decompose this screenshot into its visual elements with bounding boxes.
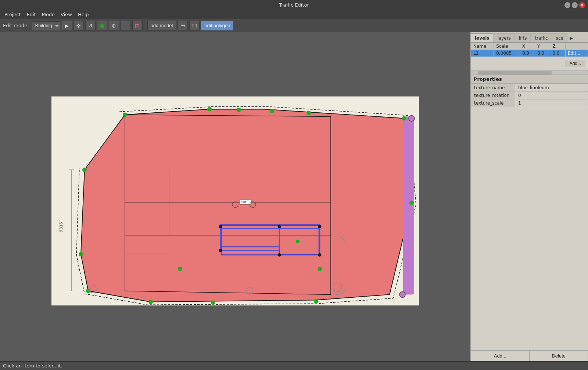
levels-table-container: Name Scale X Y Z L1 0.0085 0.0 0.0 0.0 (471, 43, 588, 70)
scrollbar-thumb[interactable] (478, 71, 552, 75)
col-y: Y (535, 43, 550, 50)
add-vertex-tool-button[interactable]: ● (97, 21, 107, 30)
level-name: L1 (471, 50, 494, 57)
canvas-area[interactable]: 9315 20089 EXIT (0, 32, 470, 361)
add-model-button[interactable]: add model (147, 21, 176, 30)
svg-text:EXIT: EXIT (241, 201, 247, 204)
svg-point-41 (278, 253, 281, 257)
tab-levels[interactable]: levels (471, 33, 493, 42)
status-text: Click an item to select it. (3, 363, 62, 369)
svg-point-20 (207, 107, 212, 111)
level-row-L1[interactable]: L1 0.0085 0.0 0.0 0.0 Edit... (471, 50, 588, 57)
svg-point-36 (399, 291, 405, 297)
tabs-row: levels layers lifts traffic sce ▶ (471, 32, 588, 43)
col-scale: Scale (494, 43, 520, 50)
levels-table: Name Scale X Y Z L1 0.0085 0.0 0.0 0.0 (471, 43, 588, 57)
main-content: 9315 20089 EXIT levels layers (0, 32, 588, 361)
property-row-texture-scale: texture_scale 1 (471, 99, 588, 107)
level-y: 0.0 (535, 50, 550, 57)
svg-point-32 (82, 167, 87, 172)
properties-table: texture_name blue_linoleum texture_rotat… (471, 84, 588, 107)
svg-point-37 (219, 225, 222, 228)
col-x: X (520, 43, 535, 50)
menu-mode[interactable]: Mode (39, 11, 58, 18)
menu-project[interactable]: Project (1, 11, 24, 18)
edit-mode-select[interactable]: Building (32, 21, 60, 30)
close-button[interactable]: ✕ (579, 2, 585, 8)
svg-point-40 (318, 253, 322, 257)
erase-tool-button[interactable]: ▧ (132, 21, 143, 30)
property-row-texture-name: texture_name blue_linoleum (471, 84, 588, 92)
minimize-button[interactable]: − (564, 2, 570, 8)
menu-help[interactable]: Help (75, 11, 92, 18)
tab-layers[interactable]: layers (493, 33, 514, 42)
menu-edit[interactable]: Edit (24, 11, 39, 18)
title-bar: Traffic Editor − □ ✕ (0, 0, 588, 10)
svg-point-34 (318, 266, 322, 271)
svg-text:9315: 9315 (59, 222, 64, 232)
tab-sce[interactable]: sce (552, 33, 567, 42)
property-row-texture-rotation: texture_rotation 0 (471, 92, 588, 99)
bottom-buttons: Add... Delete (471, 350, 588, 361)
add-edge-tool-button[interactable]: ⊕ (109, 21, 119, 30)
toolbar-icon-2[interactable]: ⬚ (189, 21, 200, 30)
rotate-tool-button[interactable]: ↺ (85, 21, 96, 30)
svg-point-31 (79, 252, 83, 256)
properties-panel: Properties texture_name blue_linoleum te… (471, 75, 588, 350)
toolbar-separator-1 (145, 21, 145, 30)
add-level-button[interactable]: Add... (566, 60, 585, 67)
svg-marker-1 (81, 109, 412, 302)
property-value-texture-name[interactable]: blue_linoleum (515, 84, 588, 92)
right-panel: levels layers lifts traffic sce ▶ Name S… (470, 32, 588, 361)
window-controls: − □ ✕ (564, 2, 585, 8)
svg-point-42 (219, 249, 222, 252)
col-actions (565, 43, 588, 50)
move-tool-button[interactable]: ✛ (74, 21, 84, 30)
svg-point-28 (211, 300, 215, 305)
menu-bar: Project Edit Mode View Help (0, 10, 588, 19)
floor-plan-svg: 9315 20089 EXIT (51, 96, 419, 305)
svg-point-43 (296, 239, 300, 243)
level-z: 0.0 (550, 50, 565, 57)
level-x: 0.0 (520, 50, 535, 57)
svg-point-38 (278, 225, 281, 228)
select-tool-button[interactable]: ▶ (62, 21, 72, 30)
tab-more[interactable]: ▶ (567, 34, 575, 42)
svg-point-33 (178, 266, 182, 271)
property-value-texture-rotation[interactable]: 0 (515, 92, 588, 99)
svg-point-24 (402, 116, 406, 120)
delete-button[interactable]: Delete (530, 351, 588, 361)
tab-traffic[interactable]: traffic (531, 33, 552, 42)
svg-point-21 (237, 108, 241, 112)
menu-view[interactable]: View (58, 11, 75, 18)
property-key-texture-rotation: texture_rotation (471, 92, 515, 99)
property-value-texture-scale[interactable]: 1 (515, 99, 588, 107)
property-key-texture-name: texture_name (471, 84, 515, 92)
svg-point-23 (306, 110, 311, 115)
status-bar: Click an item to select it. (0, 361, 588, 370)
svg-point-29 (148, 300, 153, 304)
level-scale: 0.0085 (494, 50, 520, 57)
draw-tool-button[interactable]: ✏ (121, 21, 131, 30)
scrollbar-h (471, 70, 588, 75)
level-edit[interactable]: Edit... (565, 50, 588, 57)
tab-lifts[interactable]: lifts (515, 33, 531, 42)
svg-point-27 (314, 299, 318, 303)
svg-point-39 (318, 225, 322, 228)
col-name: Name (471, 43, 494, 50)
svg-point-22 (270, 109, 274, 113)
window-title: Traffic Editor (279, 2, 309, 8)
col-z: Z (550, 43, 565, 50)
maximize-button[interactable]: □ (572, 2, 578, 8)
toolbar: Edit mode: Building ▶ ✛ ↺ ● ⊕ ✏ ▧ add mo… (0, 19, 588, 32)
svg-rect-11 (403, 116, 414, 294)
add-button[interactable]: Add... (471, 351, 530, 361)
svg-point-35 (409, 115, 415, 121)
svg-point-25 (409, 200, 414, 205)
edit-polygon-button[interactable]: edit polygon (201, 21, 233, 30)
properties-title: Properties (471, 75, 588, 84)
edit-mode-label: Edit mode: (3, 23, 29, 28)
toolbar-icon-1[interactable]: ▭ (178, 21, 188, 30)
svg-point-19 (123, 112, 127, 117)
property-key-texture-scale: texture_scale (471, 99, 515, 107)
